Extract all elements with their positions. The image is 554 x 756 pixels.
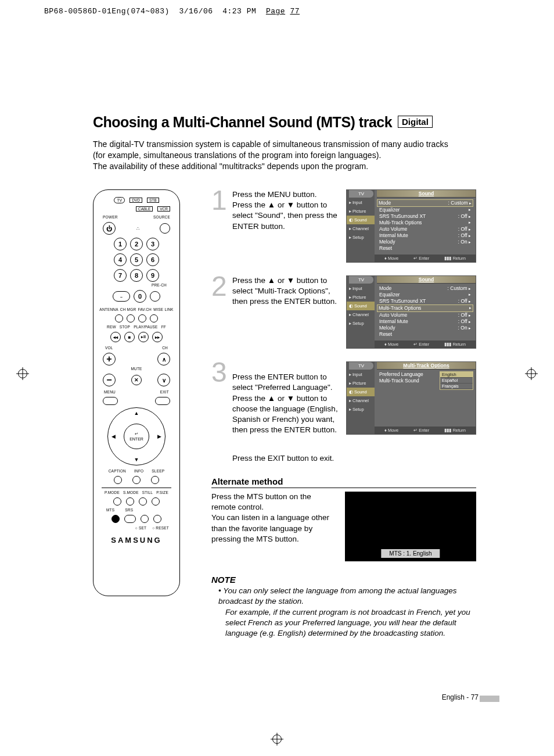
osd-item: Equalizer▸ bbox=[378, 292, 472, 298]
num-4[interactable]: 4 bbox=[114, 253, 127, 266]
osd-item: Auto Volume: Off ▸ bbox=[378, 226, 472, 232]
mts-tv-screenshot: MTS : 1. English bbox=[345, 492, 476, 561]
osd-tv-chip: TV bbox=[349, 362, 373, 370]
ff-button[interactable]: ▸▸ bbox=[152, 332, 163, 342]
lbl-mts: MTS bbox=[106, 508, 114, 512]
extra-button-2[interactable] bbox=[153, 515, 161, 523]
lbl-set: ○ SET bbox=[135, 526, 146, 530]
num-3[interactable]: 3 bbox=[146, 238, 159, 250]
lbl-stop: STOP bbox=[120, 325, 130, 329]
print-header: BP68-00586D-01Eng(074~083) 3/16/06 4:23 … bbox=[44, 7, 300, 16]
lbl-antenna: ANTENNA bbox=[99, 307, 118, 311]
num-1[interactable]: 1 bbox=[114, 238, 127, 250]
lbl-chmgr: CH MGR bbox=[120, 307, 136, 311]
dpad-down-icon[interactable]: ▼ bbox=[134, 457, 139, 463]
lbl-psize: P.SIZE bbox=[156, 490, 168, 495]
lbl-reset: ○ RESET bbox=[152, 526, 169, 530]
osd-body: Mode: Custom ▸ Equalizer▸ SRS TruSurroun… bbox=[375, 276, 476, 348]
lbl-caption: CAPTION bbox=[109, 469, 126, 473]
playpause-button[interactable]: ▸II bbox=[138, 332, 149, 342]
dpad-up-icon[interactable]: ▲ bbox=[134, 410, 139, 416]
extra-button-1[interactable] bbox=[141, 515, 149, 523]
osd-screenshot-2: TV Sound ▸ Input ▸ Picture ◐ Sound ▸ Cha… bbox=[346, 275, 476, 349]
dash-button[interactable]: – bbox=[113, 291, 130, 302]
registration-mark-right bbox=[525, 367, 538, 380]
lbl-rew: REW bbox=[107, 325, 116, 329]
sleep-button[interactable] bbox=[151, 476, 159, 484]
osd-tab-sound: ◐ Sound bbox=[347, 388, 375, 396]
source-button[interactable] bbox=[160, 223, 170, 234]
step-number: 2 bbox=[211, 275, 229, 349]
enter-button[interactable]: ↵ ENTER bbox=[124, 424, 149, 449]
osd-tab-input: ▸ Input bbox=[347, 370, 375, 379]
num-0[interactable]: 0 bbox=[134, 290, 146, 303]
stop-button[interactable]: ■ bbox=[124, 332, 135, 342]
dpad: ▲ ▼ ◀ ▶ ↵ ENTER bbox=[107, 407, 166, 465]
osd-item: SRS TruSurround XT: Off ▸ bbox=[378, 213, 472, 220]
dpad-right-icon[interactable]: ▶ bbox=[157, 433, 161, 439]
osd-tab-setup: ▸ Setup bbox=[347, 405, 375, 414]
lbl-playpause: PLAY/PAUSE bbox=[134, 325, 158, 329]
menu-button[interactable] bbox=[103, 397, 118, 405]
osd-tab-column: ▸ Input ▸ Picture ◐ Sound ▸ Channel ▸ Se… bbox=[347, 276, 375, 348]
osd-item: Melody: On ▸ bbox=[378, 325, 472, 331]
osd-item: Mode: Custom ▸ bbox=[378, 285, 472, 292]
prech-label: PRE-CH bbox=[152, 283, 167, 287]
favch-button[interactable] bbox=[138, 314, 146, 323]
chmgr-button[interactable] bbox=[127, 314, 135, 323]
osd-tab-input: ▸ Input bbox=[347, 284, 375, 293]
menu-label: MENU bbox=[104, 390, 116, 394]
psize-button[interactable] bbox=[152, 497, 160, 506]
remote-control-diagram: TV DVD STB CABLE VCR POWER SOURCE ⏻ ∴ bbox=[93, 189, 180, 596]
antenna-button[interactable] bbox=[115, 314, 123, 323]
dpad-left-icon[interactable]: ◀ bbox=[111, 433, 116, 439]
num-6[interactable]: 6 bbox=[146, 253, 159, 266]
osd-tab-setup: ▸ Setup bbox=[347, 233, 375, 242]
osd-item: Multi-Track Options▸ bbox=[377, 304, 473, 312]
caption-button[interactable] bbox=[114, 476, 122, 484]
rewind-button[interactable]: ◂◂ bbox=[110, 332, 121, 342]
osd-tv-chip: TV bbox=[349, 276, 373, 284]
ch-down-button[interactable]: ∨ bbox=[157, 374, 170, 386]
step-number: 1 bbox=[211, 189, 229, 263]
srs-button[interactable] bbox=[124, 515, 136, 523]
intro-text: The digital-TV transmission system is ca… bbox=[93, 139, 476, 172]
num-7[interactable]: 7 bbox=[114, 269, 127, 282]
step-text: Press the MENU button. Press the ▲ or ▼ … bbox=[232, 189, 343, 263]
mute-label: MUTE bbox=[131, 367, 142, 371]
osd-tv-chip: TV bbox=[349, 190, 373, 198]
exit-button[interactable] bbox=[155, 397, 170, 405]
registration-mark-bottom bbox=[271, 733, 283, 746]
osd-tab-sound: ◐ Sound bbox=[347, 216, 375, 224]
intro-line: (for example, simultaneous translations … bbox=[93, 150, 476, 161]
num-9[interactable]: 9 bbox=[146, 269, 159, 282]
prech-button[interactable] bbox=[150, 291, 160, 302]
num-2[interactable]: 2 bbox=[130, 238, 143, 250]
pmode-button[interactable] bbox=[113, 497, 121, 506]
num-5[interactable]: 5 bbox=[130, 253, 143, 266]
mute-button[interactable]: ✕ bbox=[131, 375, 142, 385]
mts-button[interactable] bbox=[111, 515, 120, 523]
power-button[interactable]: ⏻ bbox=[103, 222, 116, 235]
vol-label: VOL bbox=[105, 346, 113, 350]
ch-up-button[interactable]: ∧ bbox=[157, 353, 170, 366]
alternate-heading: Alternate method bbox=[211, 476, 476, 488]
smode-button[interactable] bbox=[126, 497, 134, 506]
osd-tab-column: ▸ Input ▸ Picture ◐ Sound ▸ Channel ▸ Se… bbox=[347, 190, 375, 262]
wiselink-button[interactable] bbox=[150, 314, 158, 323]
osd-title: Sound bbox=[377, 276, 476, 284]
info-button[interactable] bbox=[132, 476, 141, 484]
lbl-favch: FAV.CH bbox=[138, 307, 152, 311]
mts-pill: MTS : 1. English bbox=[381, 549, 440, 558]
power-label: POWER bbox=[103, 215, 118, 219]
mode-tv: TV bbox=[114, 197, 125, 203]
still-button[interactable] bbox=[139, 497, 147, 506]
num-8[interactable]: 8 bbox=[130, 269, 143, 282]
osd-item: Reset bbox=[378, 245, 472, 252]
vol-down-button[interactable]: − bbox=[103, 374, 116, 386]
osd-item: Auto Volume: Off ▸ bbox=[378, 312, 472, 318]
vol-up-button[interactable]: + bbox=[103, 353, 116, 366]
osd-tab-column: ▸ Input ▸ Picture ◐ Sound ▸ Channel ▸ Se… bbox=[347, 362, 375, 434]
osd-tab-input: ▸ Input bbox=[347, 198, 375, 207]
print-page-label: Page bbox=[266, 7, 285, 16]
